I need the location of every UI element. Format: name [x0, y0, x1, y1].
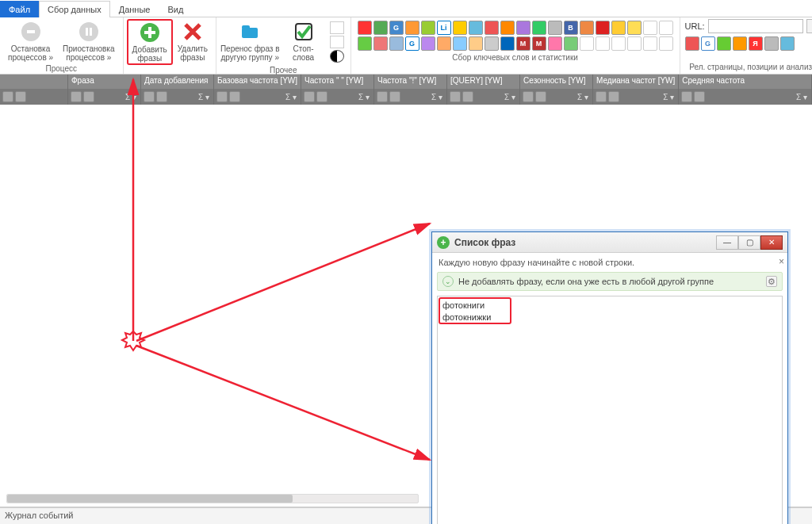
delete-phrases-button[interactable]: Удалить фразы — [173, 19, 213, 63]
svc-icon[interactable] — [437, 36, 451, 51]
svc-icon[interactable] — [611, 36, 626, 51]
svc-icon[interactable] — [596, 21, 610, 35]
add-phrases-button[interactable]: Добавить фразы — [127, 19, 173, 65]
svc-icon[interactable] — [500, 36, 515, 51]
inner-close-icon[interactable]: × — [779, 256, 784, 267]
svc-icon[interactable] — [373, 36, 388, 51]
svc-icon[interactable] — [389, 36, 404, 51]
dedup-option-row[interactable]: ⌄ Не добавлять фразу, если она уже есть … — [437, 272, 783, 291]
col-tool[interactable] — [2, 91, 13, 102]
svc-icon[interactable] — [733, 36, 747, 51]
svc-icon[interactable] — [358, 21, 372, 35]
col-tool[interactable] — [83, 91, 94, 102]
svc-icon[interactable] — [453, 21, 467, 35]
svc-icon[interactable] — [516, 21, 530, 35]
tab-view[interactable]: Вид — [159, 1, 192, 17]
svc-icon[interactable]: G — [405, 36, 419, 51]
col[interactable]: Частота "!" [YW]Σ ▾ — [374, 75, 447, 105]
svc-icon[interactable]: M — [532, 36, 546, 51]
svc-icon[interactable]: M — [516, 36, 530, 51]
svc-icon[interactable] — [453, 36, 467, 51]
col[interactable]: Дата добавленияΣ ▾ — [141, 75, 214, 105]
svc-icon[interactable] — [469, 36, 483, 51]
svc-icon[interactable] — [358, 36, 372, 51]
col-tool[interactable] — [377, 91, 388, 102]
col-tool[interactable] — [462, 91, 473, 102]
col-tool[interactable] — [596, 91, 607, 102]
col[interactable]: Медиана частот [YW]Σ ▾ — [593, 75, 679, 105]
svc-icon[interactable]: Li — [437, 21, 451, 35]
svc-icon[interactable] — [532, 21, 546, 35]
svc-icon[interactable] — [485, 21, 499, 35]
contrast-icon[interactable] — [330, 50, 344, 63]
svc-icon[interactable]: Я — [749, 36, 763, 51]
col[interactable]: ФразаΣ ▾ — [68, 75, 141, 105]
svc-icon[interactable] — [485, 36, 499, 51]
col-tool[interactable] — [535, 91, 546, 102]
col-tool[interactable] — [608, 91, 619, 102]
svc-icon[interactable] — [421, 21, 435, 35]
minimize-button[interactable]: — — [716, 235, 738, 250]
col-tool[interactable] — [523, 91, 534, 102]
close-button[interactable]: ✕ — [760, 235, 783, 250]
col-tool[interactable] — [304, 91, 315, 102]
svc-icon[interactable] — [500, 21, 515, 35]
tab-data[interactable]: Данные — [110, 1, 159, 17]
svc-icon[interactable] — [548, 36, 562, 51]
col[interactable]: Частота " " [YW]Σ ▾ — [301, 75, 374, 105]
svc-icon[interactable] — [780, 36, 795, 51]
svc-icon[interactable] — [596, 36, 610, 51]
svc-icon[interactable] — [611, 21, 626, 35]
svc-icon[interactable] — [659, 21, 673, 35]
svc-icon[interactable] — [685, 36, 699, 51]
stop-processes-button[interactable]: Остановка процессов » — [3, 19, 58, 63]
col-tool[interactable] — [144, 91, 155, 102]
svc-icon[interactable] — [421, 36, 435, 51]
svc-icon[interactable] — [717, 36, 731, 51]
svc-icon[interactable] — [627, 36, 642, 51]
col-tool[interactable] — [71, 91, 82, 102]
svc-icon[interactable] — [764, 36, 779, 51]
svc-icon[interactable] — [643, 36, 657, 51]
url-input[interactable] — [708, 19, 803, 33]
maximize-button[interactable]: ▢ — [738, 235, 760, 250]
svc-icon[interactable] — [627, 21, 642, 35]
col[interactable]: [QUERY] [YW]Σ ▾ — [447, 75, 520, 105]
svc-icon[interactable]: G — [701, 36, 715, 51]
horizontal-scrollbar[interactable] — [6, 494, 419, 503]
col-tool[interactable] — [156, 91, 167, 102]
col-tool[interactable] — [450, 91, 461, 102]
col-tool[interactable] — [15, 91, 26, 102]
svc-icon[interactable] — [580, 21, 594, 35]
col[interactable]: Базовая частота [YW]Σ ▾ — [214, 75, 301, 105]
tab-file[interactable]: Файл — [0, 1, 39, 17]
col[interactable]: Сезонность [YW]Σ ▾ — [520, 75, 593, 105]
phrases-textarea[interactable] — [438, 296, 782, 524]
scroll-thumb[interactable] — [7, 495, 293, 503]
stopwords-button[interactable]: Стоп-слова — [281, 19, 327, 63]
svc-icon[interactable] — [659, 36, 673, 51]
svc-icon[interactable] — [643, 21, 657, 35]
tab-collect[interactable]: Сбор данных — [39, 1, 110, 17]
pause-processes-button[interactable]: Приостановка процессов » — [58, 19, 119, 63]
misc-icon[interactable] — [330, 36, 344, 48]
col-tool[interactable] — [389, 91, 400, 102]
svc-icon[interactable] — [548, 21, 562, 35]
svc-icon[interactable] — [405, 21, 419, 35]
dialog-titlebar[interactable]: + Список фраз — ▢ ✕ — [432, 232, 787, 253]
col-tool[interactable] — [229, 91, 240, 102]
col[interactable]: Средняя частотаΣ ▾ — [679, 75, 812, 105]
svc-icon[interactable]: G — [389, 21, 404, 35]
url-go-button[interactable] — [806, 19, 812, 33]
misc-icon[interactable] — [330, 21, 344, 34]
svc-icon[interactable] — [580, 36, 594, 51]
svc-icon[interactable]: B — [564, 21, 578, 35]
col-tool[interactable] — [694, 91, 705, 102]
move-phrases-button[interactable]: Перенос фраз в другую группу » — [220, 19, 281, 63]
col-tool[interactable] — [216, 91, 228, 102]
col-tool[interactable] — [681, 91, 692, 102]
col-tool[interactable] — [316, 91, 327, 102]
svc-icon[interactable] — [373, 21, 388, 35]
gear-icon[interactable]: ⚙ — [766, 276, 777, 287]
svc-icon[interactable] — [469, 21, 483, 35]
